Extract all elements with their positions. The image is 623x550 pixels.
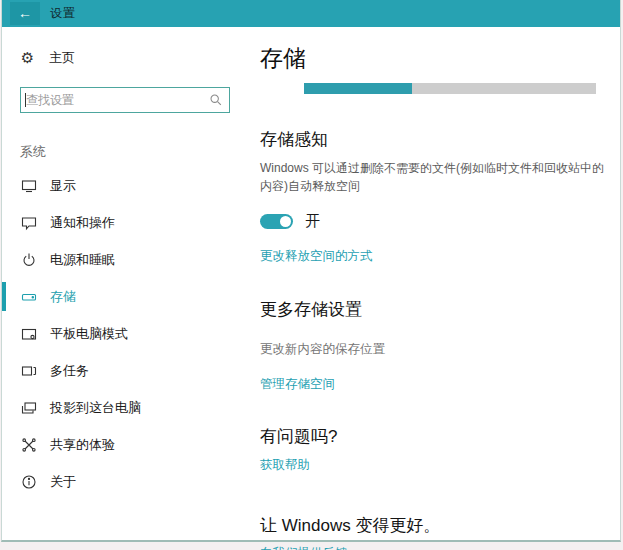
storage-sense-toggle-row: 开 xyxy=(260,212,620,231)
power-icon xyxy=(20,252,37,268)
nav-label: 通知和操作 xyxy=(50,214,115,232)
display-icon xyxy=(20,178,37,194)
nav-label: 存储 xyxy=(50,288,76,306)
sidebar-item-display[interactable]: 显示 xyxy=(2,167,252,204)
nav-label: 关于 xyxy=(50,473,76,491)
selected-indicator xyxy=(2,282,6,311)
storage-sense-toggle[interactable] xyxy=(260,214,293,229)
settings-window: ← 设置 ⚙ 主页 系统 xyxy=(1,0,621,542)
save-location-text: 更改新内容的保存位置 xyxy=(260,341,620,358)
description-line-2: 内容)自动释放空间 xyxy=(260,177,620,195)
page-title: 存储 xyxy=(260,43,620,74)
tablet-icon xyxy=(20,326,37,342)
search-input[interactable] xyxy=(26,93,209,107)
multitasking-icon xyxy=(20,363,37,379)
toggle-state-label: 开 xyxy=(305,212,320,231)
content-pane: 存储 存储感知 Windows 可以通过删除不需要的文件(例如临时文件和回收站中… xyxy=(252,27,620,542)
shared-experiences-icon xyxy=(20,437,37,453)
projecting-icon xyxy=(20,400,37,416)
window-title: 设置 xyxy=(50,5,76,22)
nav-label: 投影到这台电脑 xyxy=(50,399,141,417)
sidebar-item-shared-experiences[interactable]: 共享的体验 xyxy=(2,426,252,463)
usage-bar-fill xyxy=(304,83,412,94)
sidebar-item-multitasking[interactable]: 多任务 xyxy=(2,352,252,389)
feedback-heading: 让 Windows 变得更好。 xyxy=(260,514,620,537)
about-icon xyxy=(20,474,37,490)
back-arrow-icon: ← xyxy=(18,5,32,21)
search-icon xyxy=(209,93,223,107)
sidebar-item-notifications[interactable]: 通知和操作 xyxy=(2,204,252,241)
nav-label: 共享的体验 xyxy=(50,436,115,454)
sidebar: ⚙ 主页 系统 显示 xyxy=(2,27,252,542)
nav-label: 平板电脑模式 xyxy=(50,325,128,343)
search-box[interactable] xyxy=(20,87,230,113)
nav-label: 多任务 xyxy=(50,362,89,380)
more-settings-heading: 更多存储设置 xyxy=(260,298,620,321)
storage-icon xyxy=(20,289,37,305)
storage-usage-bar xyxy=(304,83,596,94)
help-heading: 有问题吗? xyxy=(260,425,620,448)
notifications-icon xyxy=(20,215,37,231)
storage-sense-description: Windows 可以通过删除不需要的文件(例如临时文件和回收站中的 内容)自动释… xyxy=(260,159,620,195)
sidebar-item-tablet-mode[interactable]: 平板电脑模式 xyxy=(2,315,252,352)
description-line-1: Windows 可以通过删除不需要的文件(例如临时文件和回收站中的 xyxy=(260,159,620,177)
storage-sense-heading: 存储感知 xyxy=(260,128,620,151)
nav-label: 电源和睡眠 xyxy=(50,251,115,269)
sidebar-section-system: 系统 xyxy=(20,143,252,161)
sidebar-item-home[interactable]: ⚙ 主页 xyxy=(2,43,252,73)
sidebar-item-storage[interactable]: 存储 xyxy=(2,278,252,315)
change-free-up-space-link[interactable]: 更改释放空间的方式 xyxy=(260,248,373,265)
sidebar-item-power[interactable]: 电源和睡眠 xyxy=(2,241,252,278)
nav-label: 显示 xyxy=(50,177,76,195)
get-help-link[interactable]: 获取帮助 xyxy=(260,457,310,474)
sidebar-item-projecting[interactable]: 投影到这台电脑 xyxy=(2,389,252,426)
title-bar: ← 设置 xyxy=(2,0,620,27)
give-feedback-link[interactable]: 向我们提供反馈 xyxy=(260,545,348,550)
manage-storage-spaces-link[interactable]: 管理存储空间 xyxy=(260,376,335,393)
back-button[interactable]: ← xyxy=(10,2,40,25)
home-label: 主页 xyxy=(49,49,75,67)
sidebar-item-about[interactable]: 关于 xyxy=(2,463,252,500)
gear-icon: ⚙ xyxy=(19,49,36,67)
toggle-knob xyxy=(280,216,291,227)
